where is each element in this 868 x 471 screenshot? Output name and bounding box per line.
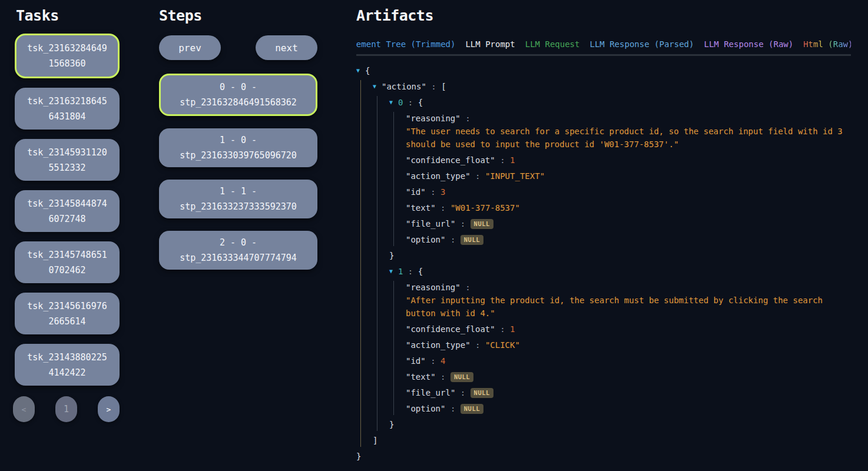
json-open-brace: { [365, 66, 370, 75]
json-row: action_type : CLICK [406, 339, 852, 351]
json-key: option [406, 235, 445, 244]
json-value-null: NULL [460, 404, 483, 414]
json-colon: : [403, 98, 418, 107]
json-key: action_type [406, 340, 471, 350]
task-button-2[interactable]: tsk_231459311205512332 [15, 139, 120, 181]
json-children: reasoning : After inputting the product … [393, 281, 852, 415]
tab-llm-request[interactable]: LLM Request [525, 39, 580, 49]
json-value-null: NULL [460, 235, 483, 245]
json-open-brace: { [418, 267, 423, 276]
json-children: reasoning : The user needs to search for… [393, 112, 852, 246]
json-row: reasoning : After inputting the product … [406, 281, 852, 320]
task-list: tsk_231632846491568360tsk_23163218645643… [15, 34, 120, 386]
json-value-null: NULL [450, 372, 473, 382]
task-button-6[interactable]: tsk_231438802254142422 [15, 344, 120, 386]
json-row: confidence_float : 1 [406, 323, 852, 336]
json-value-number: 1 [510, 324, 515, 334]
tab-html-raw[interactable]: Html (Raw) [803, 39, 851, 49]
json-children: ▼0 : {reasoning : The user needs to sear… [377, 96, 852, 431]
json-colon: : [495, 155, 510, 165]
json-row: option : NULL [406, 233, 852, 246]
json-row: file_url : NULL [406, 217, 852, 230]
pagination-prev-button[interactable]: < [13, 396, 35, 422]
json-colon: : [460, 283, 471, 292]
json-row: reasoning : The user needs to search for… [406, 112, 852, 151]
json-row: option : NULL [406, 402, 852, 415]
json-key: text [406, 372, 436, 382]
json-close-brace: } [356, 450, 852, 463]
tasks-pagination: < 1 > [13, 396, 120, 422]
json-row: text : NULL [406, 370, 852, 383]
json-value-number: 1 [510, 155, 515, 165]
json-key: confidence_float [406, 155, 495, 165]
json-row: ▼0 : { [389, 96, 852, 109]
collapse-toggle-icon[interactable]: ▼ [389, 96, 398, 109]
json-value-string: W01-377-8537 [450, 201, 520, 214]
json-key: action_type [406, 171, 471, 181]
json-row: ▼1 : { [389, 265, 852, 278]
step-list: 0 - 0 - stp_2316328464915683621 - 0 - st… [159, 74, 317, 270]
task-button-3[interactable]: tsk_231458448746072748 [15, 190, 120, 232]
steps-prev-button[interactable]: prev [159, 35, 221, 60]
json-tree-viewer: ▼{▼actions : [▼0 : {reasoning : The user… [356, 61, 852, 466]
tab-llm-prompt[interactable]: LLM Prompt [465, 39, 515, 49]
pagination-page-1-button[interactable]: 1 [55, 396, 77, 422]
json-colon: : [403, 267, 418, 276]
tab-llm-response-parsed[interactable]: LLM Response (Parsed) [589, 39, 694, 49]
json-colon: : [426, 187, 440, 197]
task-button-5[interactable]: tsk_231456169762665614 [15, 293, 120, 334]
tab-llm-response-raw[interactable]: LLM Response (Raw) [704, 39, 793, 49]
step-button-0[interactable]: 0 - 0 - stp_231632846491568362 [159, 74, 317, 116]
collapse-toggle-icon[interactable]: ▼ [373, 80, 382, 93]
json-colon: : [460, 114, 471, 123]
json-value-number: 4 [440, 356, 445, 366]
json-colon: : [426, 82, 441, 91]
json-row: ▼{ [356, 64, 852, 77]
steps-nav-row: prev next [159, 35, 317, 60]
step-button-3[interactable]: 2 - 0 - stp_231633344707774794 [159, 231, 317, 270]
step-button-2[interactable]: 1 - 1 - stp_231633237333592370 [159, 180, 317, 218]
json-key: file_url [406, 388, 455, 397]
json-key: id [406, 187, 426, 197]
json-row: confidence_float : 1 [406, 154, 852, 167]
steps-panel: Steps prev next 0 - 0 - stp_231632846491… [159, 7, 317, 282]
task-button-4[interactable]: tsk_231457486510702462 [15, 241, 120, 283]
json-colon: : [455, 388, 470, 397]
json-value-string: The user needs to search for a specific … [406, 125, 852, 151]
collapse-toggle-icon[interactable]: ▼ [356, 64, 365, 77]
json-key: id [406, 356, 426, 366]
json-value-string: INPUT_TEXT [485, 170, 545, 183]
json-key: option [406, 404, 445, 413]
json-key: text [406, 203, 436, 213]
json-value-number: 3 [440, 187, 445, 197]
json-colon: : [471, 171, 485, 181]
json-row: text : W01-377-8537 [406, 201, 852, 214]
json-key: reasoning [406, 114, 460, 123]
tasks-title: Tasks [16, 7, 120, 24]
json-colon: : [436, 203, 450, 213]
tab-element-tree-trimmed[interactable]: Element Tree (Trimmed) [356, 39, 455, 49]
json-colon: : [445, 404, 460, 413]
json-colon: : [471, 340, 485, 350]
json-colon: : [436, 372, 450, 382]
task-button-0[interactable]: tsk_231632846491568360 [15, 34, 120, 78]
json-close-brace: } [389, 418, 852, 431]
json-row: ▼actions : [ [373, 80, 852, 93]
artifacts-panel: Artifacts Element Tree (Trimmed)LLM Prom… [356, 7, 851, 56]
json-row: action_type : INPUT_TEXT [406, 170, 852, 183]
json-children: ▼actions : [▼0 : {reasoning : The user n… [360, 80, 852, 447]
json-close-brace: ] [373, 434, 852, 447]
pagination-next-button[interactable]: > [98, 396, 120, 422]
json-row: file_url : NULL [406, 386, 852, 399]
json-colon: : [445, 235, 460, 244]
json-row: id : 3 [406, 185, 852, 198]
json-key: confidence_float [406, 324, 495, 334]
json-open-brace: [ [441, 82, 446, 91]
steps-next-button[interactable]: next [256, 35, 317, 60]
tasks-panel: Tasks tsk_231632846491568360tsk_23163218… [15, 7, 120, 422]
collapse-toggle-icon[interactable]: ▼ [389, 265, 398, 278]
task-button-1[interactable]: tsk_231632186456431804 [15, 88, 120, 130]
artifacts-title: Artifacts [356, 7, 851, 24]
steps-title: Steps [159, 7, 317, 24]
step-button-1[interactable]: 1 - 0 - stp_231633039765096720 [159, 128, 317, 167]
